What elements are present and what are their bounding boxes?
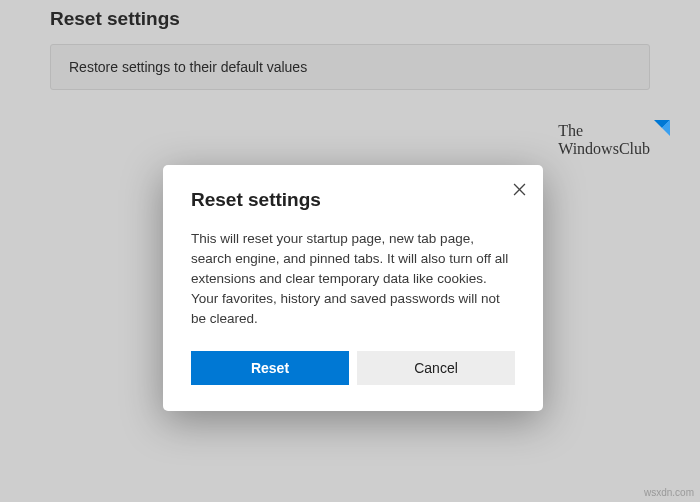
dialog-body: This will reset your startup page, new t… [191,229,515,329]
watermark-line2: WindowsClub [558,140,650,158]
close-icon [513,183,526,196]
cancel-button[interactable]: Cancel [357,351,515,385]
dialog-title: Reset settings [191,189,515,211]
watermark: The WindowsClub [558,122,668,157]
reset-button[interactable]: Reset [191,351,349,385]
page-title: Reset settings [50,8,650,30]
reset-settings-dialog: Reset settings This will reset your star… [163,165,543,411]
dialog-button-row: Reset Cancel [191,351,515,385]
windowsclub-flag-icon [654,120,670,136]
source-tag: wsxdn.com [644,487,694,498]
restore-defaults-label: Restore settings to their default values [69,59,307,75]
close-button[interactable] [509,179,529,199]
restore-defaults-row[interactable]: Restore settings to their default values [50,44,650,90]
watermark-line1: The [558,122,650,140]
